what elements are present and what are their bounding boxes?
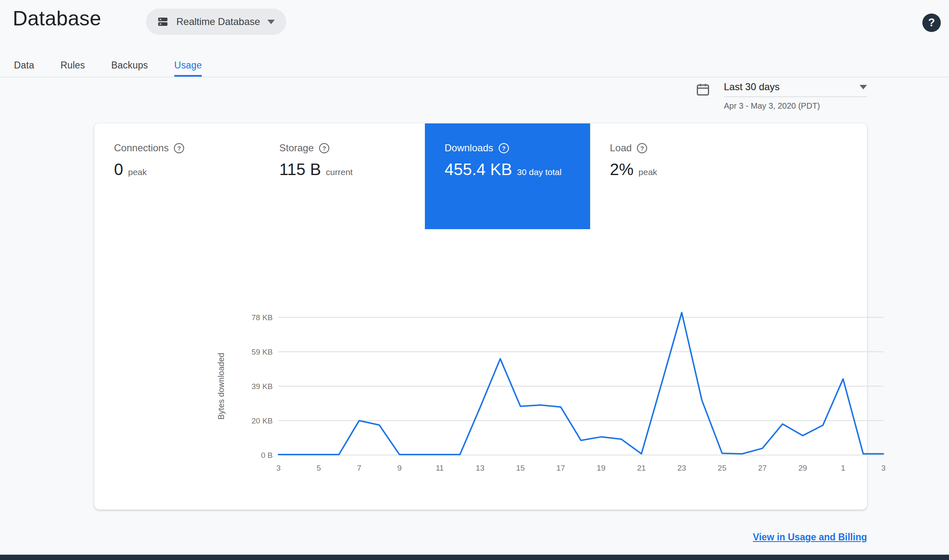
y-tick-label: 20 KB [251,417,273,425]
x-tick-label: 29 [798,464,807,472]
metric-unit: 30 day total [517,167,562,177]
x-tick-label: 25 [718,464,726,472]
help-icon[interactable]: ? [499,143,509,153]
date-range-picker: Last 30 days Apr 3 - May 3, 2020 (PDT) [696,81,867,111]
metric-tile-downloads[interactable]: Downloads ? 455.4 KB 30 day total [425,123,590,229]
x-tick-label: 7 [357,464,361,472]
help-icon[interactable]: ? [637,143,647,153]
view-usage-billing-link[interactable]: View in Usage and Billing [753,532,867,543]
help-icon[interactable]: ? [319,143,329,153]
tab-bar: Data Rules Backups Usage [14,54,202,77]
metric-value: 115 B [279,160,321,179]
help-button[interactable]: ? [922,14,941,32]
x-tick-label: 19 [597,464,605,472]
metric-title: Downloads [445,142,493,154]
x-tick-label: 21 [637,464,646,472]
x-tick-label: 23 [678,464,686,472]
metric-title: Load [610,142,632,154]
tab-bar-divider [0,77,949,77]
date-range-select[interactable]: Last 30 days [724,81,867,97]
y-tick-label: 78 KB [251,313,273,322]
tab-backups[interactable]: Backups [111,54,148,77]
y-tick-label: 0 B [261,451,273,460]
metric-value: 2% [610,160,634,179]
metric-tile-load[interactable]: Load ? 2% peak [590,123,755,229]
page-title: Database [13,7,101,30]
chevron-down-icon [267,20,275,24]
firebase-database-usage-page: Database Realtime Database ? Data Rules … [0,0,949,560]
x-tick-label: 17 [557,464,565,472]
metric-value: 455.4 KB [445,160,512,179]
metric-tile-connections[interactable]: Connections ? 0 peak [94,123,260,229]
downloads-line-chart: 0 B20 KB39 KB59 KB78 KB35791113151719212… [144,303,906,480]
y-tick-label: 59 KB [251,348,273,356]
help-icon: ? [928,16,935,29]
instance-selector-label: Realtime Database [176,16,260,27]
x-tick-label: 3 [881,464,886,472]
metric-title: Storage [279,142,314,154]
tab-rules[interactable]: Rules [60,54,85,77]
x-tick-label: 1 [841,464,845,472]
instance-selector-button[interactable]: Realtime Database [146,9,286,35]
metric-tile-storage[interactable]: Storage ? 115 B current [260,123,425,229]
date-range-value: Last 30 days [724,81,780,93]
tab-usage[interactable]: Usage [174,54,202,77]
metric-unit: peak [128,167,147,177]
database-icon [157,16,169,28]
x-tick-label: 5 [317,464,321,472]
tab-data[interactable]: Data [14,54,34,77]
y-tick-label: 39 KB [251,382,273,391]
help-icon[interactable]: ? [174,143,184,153]
metric-value: 0 [114,160,123,179]
x-tick-label: 3 [276,464,281,472]
metric-tiles: Connections ? 0 peak Storage ? 115 B cur… [94,123,755,229]
x-tick-label: 9 [397,464,402,472]
calendar-icon [696,82,710,97]
x-tick-label: 27 [758,464,766,472]
x-tick-label: 15 [516,464,525,472]
chevron-down-icon [860,85,867,89]
bottom-dark-bar [0,555,949,560]
metric-unit: current [326,167,353,177]
usage-card: Connections ? 0 peak Storage ? 115 B cur… [94,123,867,510]
metric-title: Connections [114,142,169,154]
y-axis-title: Bytes downloaded [217,353,226,419]
x-tick-label: 13 [476,464,484,472]
metric-unit: peak [639,167,657,177]
downloads-series-line [278,312,883,454]
date-range-detail: Apr 3 - May 3, 2020 (PDT) [724,101,867,111]
x-tick-label: 11 [436,464,444,472]
